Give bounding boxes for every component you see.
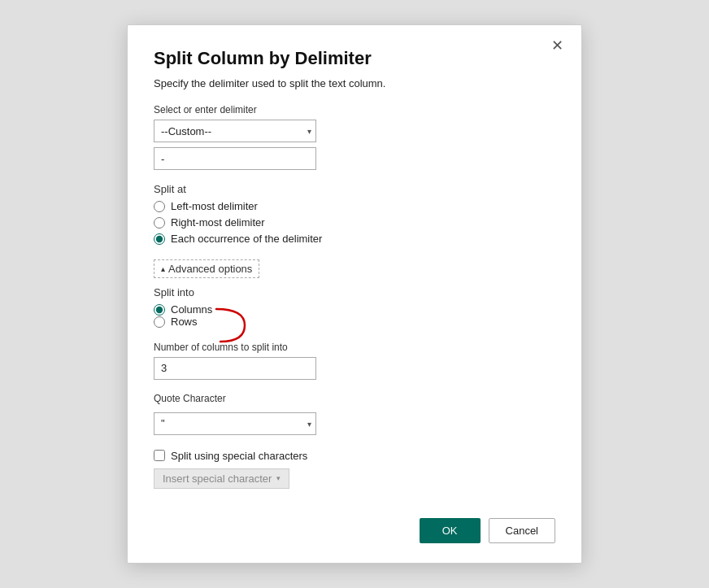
num-columns-input[interactable] bbox=[154, 357, 316, 380]
radio-rows-input[interactable] bbox=[154, 316, 165, 328]
advanced-options-label: Advanced options bbox=[168, 263, 252, 275]
insert-special-button[interactable]: Insert special character ▾ bbox=[154, 468, 289, 489]
split-column-dialog: ✕ Split Column by Delimiter Specify the … bbox=[127, 24, 582, 564]
ok-button[interactable]: OK bbox=[420, 518, 481, 543]
split-at-radio-group: Left-most delimiter Right-most delimiter… bbox=[154, 200, 555, 245]
delimiter-select-wrapper: --Custom-- Colon Comma Equals Sign Semic… bbox=[154, 120, 316, 142]
radio-right-most-label: Right-most delimiter bbox=[171, 216, 265, 229]
split-into-radio-group: Columns Rows bbox=[154, 303, 212, 328]
radio-columns-label: Columns bbox=[171, 303, 212, 316]
advanced-content: Split into Columns Rows Number of column… bbox=[154, 286, 555, 435]
split-into-label: Split into bbox=[154, 286, 555, 298]
insert-special-label: Insert special character bbox=[163, 473, 272, 485]
radio-left-most-input[interactable] bbox=[154, 201, 165, 212]
quote-character-select-wrapper: " ' None ▾ bbox=[154, 412, 316, 435]
delimiter-label: Select or enter delimiter bbox=[154, 104, 555, 115]
annotation-curve bbox=[212, 305, 253, 346]
special-chars-checkbox[interactable] bbox=[154, 450, 165, 461]
radio-each-occurrence[interactable]: Each occurrence of the delimiter bbox=[154, 233, 555, 245]
dialog-footer: OK Cancel bbox=[154, 518, 555, 543]
radio-each-occurrence-label: Each occurrence of the delimiter bbox=[171, 233, 322, 245]
delimiter-select[interactable]: --Custom-- Colon Comma Equals Sign Semic… bbox=[154, 120, 316, 142]
split-at-label: Split at bbox=[154, 183, 555, 195]
radio-right-most-input[interactable] bbox=[154, 217, 165, 229]
custom-delimiter-input[interactable] bbox=[154, 147, 316, 170]
close-button[interactable]: ✕ bbox=[546, 37, 568, 54]
advanced-triangle-icon: ▴ bbox=[161, 264, 165, 273]
radio-each-occurrence-input[interactable] bbox=[154, 233, 165, 245]
radio-right-most[interactable]: Right-most delimiter bbox=[154, 216, 555, 229]
cancel-button[interactable]: Cancel bbox=[489, 518, 555, 543]
radio-left-most[interactable]: Left-most delimiter bbox=[154, 200, 555, 212]
radio-columns[interactable]: Columns bbox=[154, 303, 212, 316]
radio-rows[interactable]: Rows bbox=[154, 316, 212, 328]
insert-special-arrow-icon: ▾ bbox=[276, 474, 281, 482]
radio-rows-label: Rows bbox=[171, 316, 198, 328]
special-chars-label: Split using special characters bbox=[171, 450, 307, 462]
dialog-subtitle: Specify the delimiter used to split the … bbox=[154, 77, 555, 89]
advanced-options-toggle[interactable]: ▴ Advanced options bbox=[154, 259, 259, 278]
dialog-title: Split Column by Delimiter bbox=[154, 48, 555, 69]
radio-columns-input[interactable] bbox=[154, 304, 165, 316]
radio-left-most-label: Left-most delimiter bbox=[171, 200, 258, 212]
quote-character-label: Quote Character bbox=[154, 393, 555, 404]
quote-character-select[interactable]: " ' None bbox=[154, 412, 316, 435]
special-chars-checkbox-row[interactable]: Split using special characters bbox=[154, 450, 555, 462]
